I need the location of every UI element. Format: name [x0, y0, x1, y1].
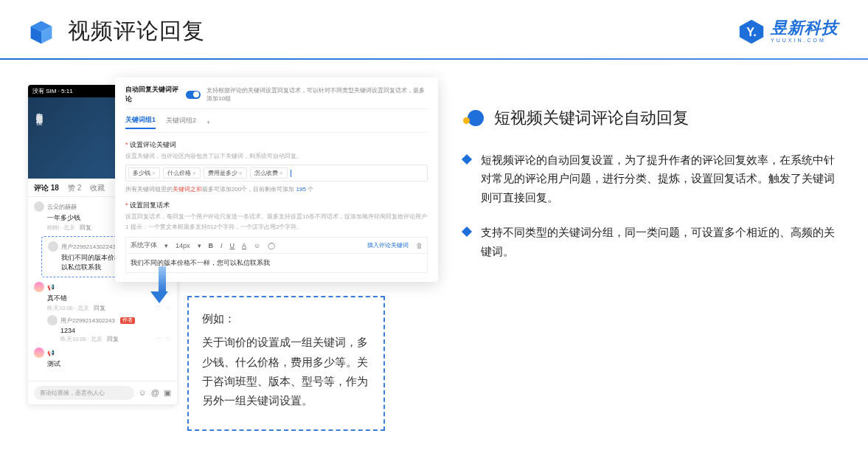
keyword-group-tab-2[interactable]: 关键词组2	[166, 116, 196, 128]
comment-username: 用户2299214302243	[60, 317, 115, 325]
reply-editor[interactable]: 我们不同的版本价格不一样，您可以私信联系我	[125, 254, 428, 273]
diamond-bullet-icon	[462, 227, 472, 237]
tab-comments[interactable]: 评论 18	[34, 183, 59, 193]
chevron-down-icon: ▾	[198, 242, 201, 249]
add-keyword-group-button[interactable]: +	[206, 119, 210, 126]
like-icon[interactable]: ♡	[156, 305, 162, 312]
tab-favorites[interactable]: 收藏	[90, 183, 105, 193]
font-size-select[interactable]: 14px	[176, 242, 190, 249]
brand-logo: Y. 昱新科技 YUUXIN.COM	[738, 18, 839, 45]
reply-section-sub: 设置回复话术，每回复一个用户评论只发送一条话术。最多支持设置10条不同话术，按添…	[125, 212, 428, 221]
status-bar-text: 没有 SIM · 5:11	[32, 87, 73, 95]
insert-keyword-button[interactable]: 插入评论关键词	[367, 241, 409, 249]
keyword-tag[interactable]: 什么价格	[163, 167, 201, 179]
dislike-icon[interactable]: ♡	[166, 305, 171, 312]
arrow-icon	[156, 266, 168, 303]
config-panel: 自动回复关键词评论 支持根据评论的关键词设置回复话术，可以针对不同类型关键词设置…	[115, 77, 438, 282]
author-tag: 作者	[120, 317, 135, 324]
avatar	[34, 282, 44, 292]
comment-username: 云朵的赫赫	[47, 203, 77, 211]
comment-text: 1234	[60, 327, 171, 334]
comment-text: 测试	[47, 359, 171, 369]
keyword-limit-text: 所有关键词组里的关键词之和最多可添加200个，目前剩余可添加 195 个	[125, 185, 428, 193]
comment-input[interactable]: 善语结善缘，恶言伤人心	[34, 386, 134, 400]
avatar	[47, 315, 58, 325]
reply-section-hint: 1 提示：一个富文本框最多支持512个字符，一个汉字占用2个字符。	[125, 223, 428, 231]
brand-sub: YUUXIN.COM	[771, 38, 839, 43]
page-title: 视频评论回复	[68, 16, 205, 46]
color-button[interactable]: A	[242, 242, 246, 249]
at-icon[interactable]: @	[151, 388, 159, 398]
italic-button[interactable]: I	[221, 242, 223, 249]
image-icon[interactable]: ▣	[164, 388, 171, 398]
keyword-tag[interactable]: 费用是多少	[204, 167, 247, 179]
reply-link[interactable]: 回复	[107, 336, 119, 343]
section-bullet-icon	[463, 107, 485, 129]
svg-text:Y.: Y.	[746, 25, 757, 38]
auto-reply-switch-label: 自动回复关键词评论	[125, 85, 180, 104]
reply-link[interactable]: 回复	[80, 224, 91, 232]
underline-button[interactable]: U	[230, 242, 235, 249]
emoji-button[interactable]: ☺	[254, 242, 260, 249]
keyword-tag[interactable]: 怎么收费	[250, 167, 288, 179]
keywords-section-title: 设置评论关键词	[125, 140, 428, 150]
example-body: 关于询价的设置成一组关键词，多少钱、什么价格，费用多少等。关于咨询班型、版本、型…	[202, 333, 370, 410]
section-title: 短视频关键词评论自动回复	[494, 107, 689, 129]
bold-button[interactable]: B	[209, 242, 214, 249]
like-icon[interactable]: ♡	[156, 336, 162, 343]
cube-icon	[28, 18, 55, 45]
auto-reply-hint: 支持根据评论的关键词设置回复话术，可以针对不同类型关键词设置回复话术，最多添加1…	[206, 86, 428, 103]
loudspeaker-icon: 📢	[47, 284, 55, 291]
font-family-select[interactable]: 系统字体	[131, 241, 157, 250]
auto-reply-toggle[interactable]	[186, 91, 201, 99]
loudspeaker-icon: 📢	[47, 350, 55, 356]
reply-link[interactable]: 回复	[94, 305, 105, 312]
keyword-tag[interactable]: 多少钱	[128, 167, 160, 179]
avatar	[34, 201, 44, 212]
bullet-text: 短视频评论的自动回复设置，为了提升作者的评论回复效率，在系统中针对常见的评论用户…	[481, 151, 840, 207]
diamond-bullet-icon	[462, 154, 472, 165]
chevron-down-icon: ▾	[164, 242, 168, 249]
editor-toolbar: 系统字体▾ 14px▾ B I U A ☺ ◯ 插入评论关键词 🗑	[125, 237, 428, 254]
delete-button[interactable]: 🗑	[416, 242, 423, 249]
dislike-icon[interactable]: ♡	[166, 336, 171, 343]
bullet-text: 支持不同类型的关键词分组，同一类问题，可设置多个相近的、高频的关键词。	[481, 224, 840, 261]
keyword-group-tab-1[interactable]: 关键词组1	[125, 115, 156, 129]
keywords-section-sub: 设置关键词，当评论区内容包含了以下关键词，则系统可自动回复。	[125, 152, 428, 160]
keyword-tag-input[interactable]: 多少钱 什么价格 费用是多少 怎么收费	[125, 165, 428, 182]
avatar	[48, 241, 58, 252]
avatar	[34, 348, 44, 358]
emoji-icon[interactable]: ☺	[139, 388, 147, 398]
comment-username: 用户2299214302243	[61, 243, 116, 251]
example-title: 例如：	[202, 309, 370, 328]
reply-section-title: 设置回复话术	[125, 201, 428, 210]
tab-likes[interactable]: 赞 2	[68, 183, 81, 193]
example-box: 例如： 关于询价的设置成一组关键词，多少钱、什么价格，费用多少等。关于咨询班型、…	[187, 296, 385, 431]
brand-name: 昱新科技	[771, 20, 839, 36]
clear-format-button[interactable]: ◯	[268, 242, 275, 249]
